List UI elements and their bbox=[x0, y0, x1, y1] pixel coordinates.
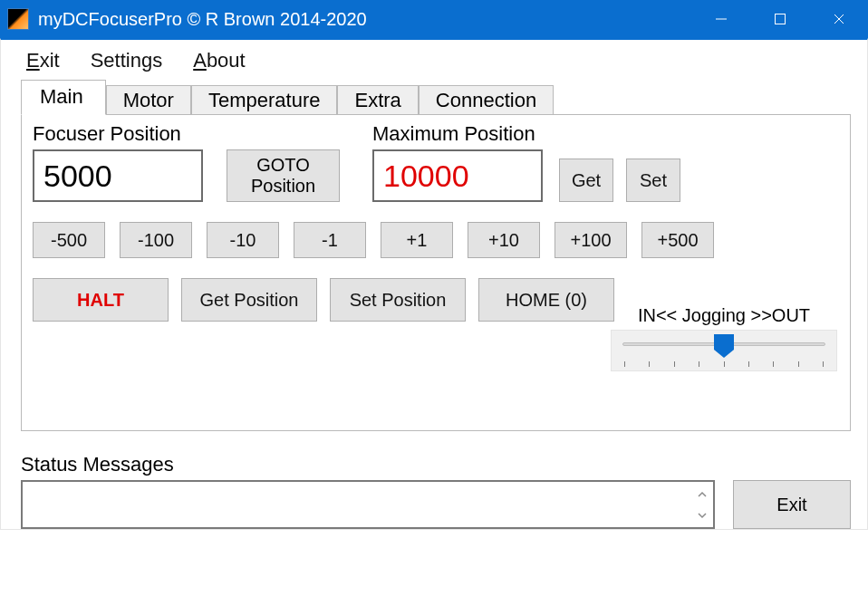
status-label: Status Messages bbox=[21, 453, 851, 476]
step-plus-500[interactable]: +500 bbox=[641, 222, 714, 258]
menu-about-rest: bout bbox=[207, 49, 246, 72]
maximize-button[interactable] bbox=[750, 0, 809, 38]
menu-exit-mnemonic: E bbox=[26, 49, 40, 72]
max-position-block: Maximum Position bbox=[372, 122, 543, 202]
exit-button[interactable]: Exit bbox=[733, 480, 851, 529]
jogging-slider[interactable] bbox=[611, 330, 837, 371]
home-button[interactable]: HOME (0) bbox=[478, 278, 614, 322]
step-minus-1[interactable]: -1 bbox=[294, 222, 366, 258]
focuser-block: Focuser Position bbox=[33, 122, 203, 202]
get-position-button[interactable]: Get Position bbox=[181, 278, 317, 322]
focuser-position-input[interactable] bbox=[33, 149, 203, 202]
get-max-button[interactable]: Get bbox=[559, 159, 613, 202]
step-row: -500 -100 -10 -1 +1 +10 +100 +500 bbox=[33, 222, 837, 258]
halt-button[interactable]: HALT bbox=[33, 278, 169, 322]
step-plus-1[interactable]: +1 bbox=[381, 222, 453, 258]
close-button[interactable] bbox=[809, 0, 868, 38]
step-minus-10[interactable]: -10 bbox=[207, 222, 279, 258]
status-section: Status Messages Exit bbox=[21, 453, 851, 529]
step-minus-100[interactable]: -100 bbox=[120, 222, 192, 258]
menu-exit-rest: xit bbox=[40, 49, 60, 72]
menu-about-mnemonic: A bbox=[193, 49, 207, 72]
set-position-button[interactable]: Set Position bbox=[330, 278, 466, 322]
window-controls bbox=[691, 0, 868, 38]
goto-position-button[interactable]: GOTO Position bbox=[227, 149, 340, 202]
slider-thumb[interactable] bbox=[714, 334, 734, 358]
position-row: Focuser Position GOTO Position Maximum P… bbox=[33, 122, 837, 202]
jogging-block: IN<< Jogging >>OUT bbox=[611, 305, 837, 371]
menu-about[interactable]: About bbox=[193, 49, 246, 72]
window-title: myDCFocuserPro © R Brown 2014-2020 bbox=[38, 9, 691, 30]
menu-exit[interactable]: Exit bbox=[26, 49, 60, 72]
status-messages-box[interactable] bbox=[21, 480, 715, 529]
jogging-label: IN<< Jogging >>OUT bbox=[611, 305, 837, 326]
scroll-up-icon[interactable] bbox=[693, 484, 711, 505]
tab-extra[interactable]: Extra bbox=[337, 85, 418, 115]
tab-main[interactable]: Main bbox=[21, 80, 106, 115]
tab-connection[interactable]: Connection bbox=[419, 85, 554, 115]
tab-motor[interactable]: Motor bbox=[106, 85, 191, 115]
set-max-button[interactable]: Set bbox=[626, 159, 680, 202]
tab-temperature[interactable]: Temperature bbox=[191, 85, 338, 115]
svg-rect-1 bbox=[775, 14, 785, 24]
minimize-button[interactable] bbox=[691, 0, 750, 38]
tab-page-main: Focuser Position GOTO Position Maximum P… bbox=[21, 114, 851, 431]
max-position-label: Maximum Position bbox=[372, 122, 543, 146]
step-minus-500[interactable]: -500 bbox=[33, 222, 105, 258]
title-bar: myDCFocuserPro © R Brown 2014-2020 bbox=[0, 0, 868, 38]
scroll-down-icon[interactable] bbox=[693, 505, 711, 525]
max-position-input[interactable] bbox=[372, 149, 543, 202]
status-scroll[interactable] bbox=[693, 484, 711, 525]
client-area: Exit Settings About Main Motor Temperatu… bbox=[0, 38, 868, 530]
focuser-position-label: Focuser Position bbox=[33, 122, 203, 146]
app-icon bbox=[7, 8, 29, 30]
menu-bar: Exit Settings About bbox=[1, 40, 867, 80]
slider-ticks bbox=[622, 361, 825, 367]
tab-strip: Main Motor Temperature Extra Connection bbox=[1, 80, 867, 115]
menu-settings[interactable]: Settings bbox=[91, 49, 163, 72]
step-plus-100[interactable]: +100 bbox=[555, 222, 627, 258]
step-plus-10[interactable]: +10 bbox=[468, 222, 540, 258]
